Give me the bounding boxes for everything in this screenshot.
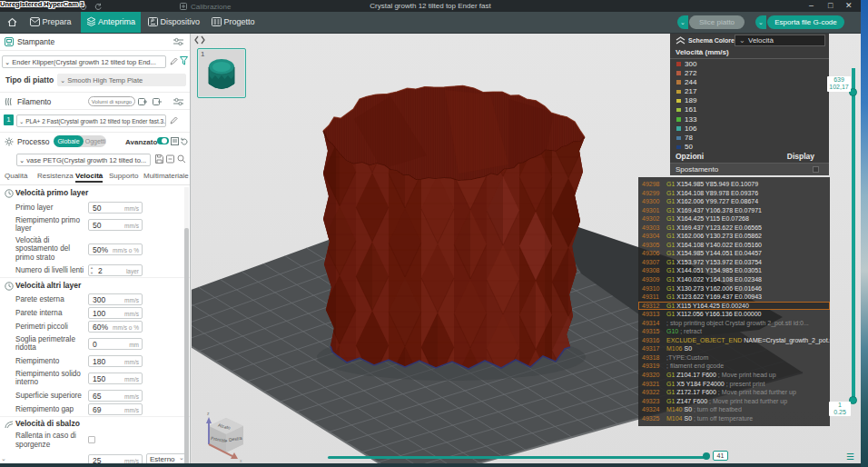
- svg-text:z: z: [207, 411, 210, 416]
